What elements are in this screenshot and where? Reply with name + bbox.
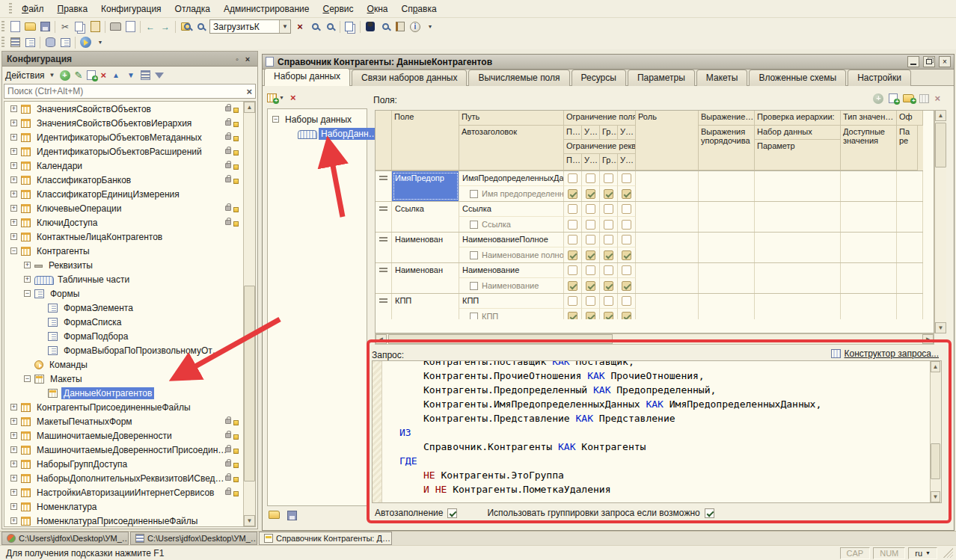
attr-restriction-checkbox[interactable] [600,186,618,201]
empty-cell[interactable] [897,263,923,293]
save-to-file-icon[interactable] [287,511,297,520]
expand-icon[interactable]: + [10,517,17,524]
cut-icon[interactable]: ✂ [58,20,72,34]
restriction-checkbox[interactable] [582,233,600,247]
empty-cell[interactable] [897,171,923,201]
tree-item-КонтактныеЛицаКонтрагентов[interactable]: +КонтактныеЛицаКонтрагентов [4,230,255,244]
language-selector[interactable]: ru ▼ [908,547,937,559]
field-title-cell[interactable]: Наименование полное [459,247,564,262]
move-down-icon[interactable]: ▼ [126,70,136,81]
add-auto-field-icon[interactable]: + [889,93,898,103]
restriction-checkbox[interactable] [582,171,600,186]
expand-icon[interactable]: + [10,432,17,439]
start-debugging-icon[interactable] [79,36,92,49]
restriction-checkbox[interactable] [582,202,600,217]
query-text[interactable]: Контрагенты.Поставщик КАК Поставщик,Конт… [383,360,929,496]
field-row-КПП[interactable]: КППКППКПП [376,294,923,319]
expand-icon[interactable]: + [10,176,17,183]
close-button[interactable]: × [939,56,951,67]
field-title-cell[interactable]: Ссылка [459,217,564,232]
drag-handle[interactable] [376,202,392,232]
collapse-icon[interactable]: − [10,247,17,254]
restriction-checkbox[interactable] [618,171,636,186]
tree-item-Команды[interactable]: Команды [4,357,255,372]
collapse-icon[interactable]: − [24,375,31,382]
field-row-Наименован[interactable]: НаименованНаименованиеНаименование [376,263,923,294]
empty-cell[interactable] [897,202,923,232]
field-name-cell[interactable]: ИмяПредопр [392,171,459,201]
query-scrollbar[interactable]: ▲ ▼ [930,361,941,502]
tree-item-ФормаСписка[interactable]: ФормаСписка [4,315,255,329]
field-name-cell[interactable]: КПП [392,294,459,319]
empty-cell[interactable] [755,294,841,319]
tab-Наборы данных[interactable]: Наборы данных [264,68,350,86]
empty-cell[interactable] [841,294,897,319]
paste-icon[interactable] [88,20,102,34]
restriction-checkbox[interactable] [564,294,582,309]
field-title-cell[interactable]: Имя предопределенны… [459,186,564,201]
configuration-tree-icon[interactable] [8,36,22,49]
tree-item-НоменклатураПрисоединенныеФайлы[interactable]: +НоменклатураПрисоединенныеФайлы [4,514,255,527]
copy-icon[interactable] [73,20,87,34]
menu-Сервис[interactable]: Сервис [316,1,360,16]
restore-button[interactable] [923,56,935,67]
tree-item-КлассификаторБанков[interactable]: +КлассификаторБанков [4,173,255,187]
attr-restriction-checkbox[interactable] [564,247,582,262]
menu-Правка[interactable]: Правка [51,1,95,16]
database-icon[interactable] [43,36,57,49]
field-title-cell[interactable]: Наименование [459,278,564,293]
expand-icon[interactable]: + [10,446,17,453]
help-book-icon[interactable] [393,20,407,34]
close-panel-icon[interactable]: × [242,54,253,64]
tree-item-МакетыПечатныхФорм[interactable]: +МакетыПечатныхФорм [4,414,255,428]
tab-Связи наборов данных[interactable]: Связи наборов данных [352,70,467,86]
load-from-file-icon[interactable] [269,511,280,519]
restriction-checkbox[interactable] [618,233,636,247]
menu-Справка[interactable]: Справка [394,1,443,16]
tree-item-ЗначенияСвойствОбъектовИерархия[interactable]: +ЗначенияСвойствОбъектовИерархия [4,116,255,130]
menu-Конфигурация[interactable]: Конфигурация [94,1,168,16]
drag-handle[interactable] [376,233,392,262]
empty-cell[interactable] [636,202,699,232]
empty-cell[interactable] [755,171,841,201]
empty-cell[interactable] [755,263,841,293]
tree-item-ИдентификаторыОбъектовРасширений[interactable]: +ИдентификаторыОбъектовРасширений [4,144,255,159]
resize-grip[interactable] [943,548,953,558]
close-window-icon[interactable] [23,36,37,49]
expand-icon[interactable]: + [10,404,17,410]
empty-cell[interactable] [636,171,699,201]
add-field-icon[interactable]: + [873,93,883,104]
fields-vertical-scrollbar[interactable]: ▲ ▼ [934,110,946,333]
add-table-icon[interactable] [919,94,929,103]
toolbar-grip[interactable] [1,37,4,49]
restriction-checkbox[interactable] [564,263,582,278]
attr-restriction-checkbox[interactable] [582,278,600,293]
edit-icon[interactable]: ✎ [75,70,83,81]
menu-Файл[interactable]: Файл [15,1,51,16]
menu-Отладка[interactable]: Отладка [168,1,217,16]
restriction-checkbox[interactable] [600,263,618,278]
copy-window-icon[interactable] [343,20,357,34]
empty-cell[interactable] [897,294,923,319]
clear-config-search-icon[interactable]: × [243,86,255,97]
empty-cell[interactable] [699,263,755,293]
fields-horizontal-scrollbar[interactable]: ◄ ► [375,333,934,345]
filter-icon[interactable] [155,73,164,79]
attr-restriction-checkbox[interactable] [618,309,636,319]
syntax-assistant-icon[interactable] [364,20,377,34]
restriction-checkbox[interactable] [564,202,582,217]
datasets-root-node[interactable]: − Наборы данных [268,112,367,126]
empty-cell[interactable] [841,202,897,232]
find-previous-icon[interactable] [323,20,337,34]
delete-dataset-icon[interactable]: × [290,92,296,103]
print-preview-icon[interactable] [123,20,137,34]
expand-icon[interactable]: + [10,219,17,226]
drag-handle[interactable] [376,294,392,319]
menu-Администрирование[interactable]: Администрирование [217,1,316,16]
taskbar-tab[interactable]: C:\Users\jdfox\Desktop\УМ_… [130,532,257,545]
attr-restriction-checkbox[interactable] [582,186,600,201]
expand-icon[interactable]: + [10,134,17,141]
collapse-icon[interactable]: − [24,290,31,297]
save-icon[interactable] [38,20,52,34]
empty-cell[interactable] [897,233,923,262]
